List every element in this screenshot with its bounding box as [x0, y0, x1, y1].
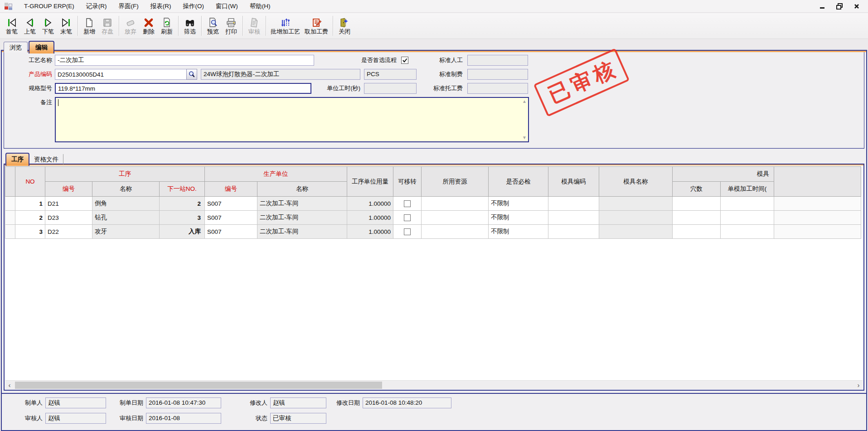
cell-mold-time[interactable] [721, 211, 774, 225]
cell-cavity[interactable] [673, 225, 721, 239]
cell-unit-name[interactable]: 二次加工-车间 [257, 197, 347, 211]
status-field: 已审核 [270, 413, 326, 424]
cell-movable[interactable] [393, 225, 422, 239]
cell-process-name[interactable]: 钻孔 [92, 211, 160, 225]
menu-item-window[interactable]: 窗口(W) [210, 0, 244, 12]
cell-process-name[interactable]: 倒角 [92, 197, 160, 211]
col-unit-code: 编号 [205, 182, 257, 197]
cell-resource[interactable] [422, 225, 489, 239]
movable-checkbox[interactable] [404, 214, 411, 221]
cell-process-code[interactable]: D21 [45, 197, 92, 211]
menu-item-operation[interactable]: 操作(O) [177, 0, 210, 12]
cell-must-check[interactable]: 不限制 [489, 197, 548, 211]
product-code-input[interactable] [55, 69, 187, 80]
remark-textarea[interactable] [56, 98, 528, 141]
scroll-right-icon[interactable]: › [854, 381, 863, 390]
restore-icon[interactable] [836, 3, 843, 10]
cell-next-no[interactable]: 3 [160, 211, 205, 225]
cell-cavity[interactable] [673, 197, 721, 211]
new-button[interactable]: 新增 [80, 15, 98, 37]
menu-item-record[interactable]: 记录(R) [80, 0, 113, 12]
row-selector[interactable] [5, 225, 15, 239]
fetch-fee-button[interactable]: 取加工费 [302, 15, 330, 37]
cell-resource[interactable] [422, 211, 489, 225]
scroll-down-icon[interactable]: ▼ [521, 135, 528, 141]
cell-mold-code[interactable] [548, 211, 599, 225]
cell-cavity[interactable] [673, 211, 721, 225]
cell-mold-code[interactable] [548, 225, 599, 239]
discard-button[interactable]: 放弃 [121, 15, 140, 37]
refresh-button[interactable]: 刷新 [158, 15, 176, 37]
cell-no[interactable]: 1 [15, 197, 45, 211]
movable-checkbox[interactable] [404, 200, 411, 207]
cell-next-no[interactable]: 入库 [160, 225, 205, 239]
cell-unit-name[interactable]: 二次加工-车间 [257, 225, 347, 239]
cell-qty[interactable]: 1.00000 [347, 225, 393, 239]
tab-qualification-files[interactable]: 资格文件 [29, 154, 63, 165]
menu-item-report[interactable]: 报表(R) [145, 0, 177, 12]
menu-item-app[interactable]: T-GROUP ERP(E) [18, 1, 80, 11]
cell-resource[interactable] [422, 197, 489, 211]
cell-mold-time[interactable] [721, 197, 774, 211]
print-button[interactable]: 打印 [222, 15, 240, 37]
nav-last-button[interactable]: 末笔 [57, 15, 75, 37]
cell-must-check[interactable]: 不限制 [489, 211, 548, 225]
cell-no[interactable]: 3 [15, 225, 45, 239]
preview-button[interactable]: 预览 [204, 15, 222, 37]
unit-hours-label: 单位工时(秒) [310, 83, 360, 94]
make-date-label: 制单日期 [110, 397, 143, 408]
nav-next-button[interactable]: 下笔 [39, 15, 57, 37]
cell-mold-code[interactable] [548, 197, 599, 211]
cell-mold-name[interactable] [599, 197, 673, 211]
tab-browse[interactable]: 浏览 [4, 42, 28, 53]
cell-process-code[interactable]: D23 [45, 211, 92, 225]
cell-movable[interactable] [393, 197, 422, 211]
close-window-button[interactable]: 关闭 [335, 15, 354, 37]
lookup-icon [188, 71, 195, 78]
nav-first-button[interactable]: 首笔 [3, 15, 21, 37]
horizontal-scrollbar[interactable]: ‹ › [5, 380, 863, 389]
cell-no[interactable]: 2 [15, 211, 45, 225]
cell-movable[interactable] [393, 211, 422, 225]
row-selector[interactable] [5, 197, 15, 211]
col-process-name: 名称 [92, 182, 160, 197]
minimize-icon[interactable] [819, 3, 825, 10]
nav-prev-button[interactable]: 上笔 [21, 15, 39, 37]
tab-edit[interactable]: 编辑 [29, 41, 54, 53]
process-name-label: 工艺名称 [9, 55, 52, 66]
scrollbar-thumb[interactable] [15, 382, 382, 389]
cell-unit-code[interactable]: S007 [205, 225, 257, 239]
filter-button[interactable]: 筛选 [181, 15, 199, 37]
product-lookup-button[interactable] [186, 69, 197, 80]
close-icon[interactable] [853, 3, 860, 10]
movable-checkbox[interactable] [404, 228, 411, 235]
tab-process-steps[interactable]: 工序 [5, 153, 29, 166]
cell-qty[interactable]: 1.00000 [347, 197, 393, 211]
cell-process-code[interactable]: D22 [45, 225, 92, 239]
cell-unit-code[interactable]: S007 [205, 211, 257, 225]
cell-unit-name[interactable]: 二次加工-车间 [257, 211, 347, 225]
cell-process-name[interactable]: 攻牙 [92, 225, 160, 239]
cell-mold-name[interactable] [599, 225, 673, 239]
cell-mold-name[interactable] [599, 211, 673, 225]
spec-input[interactable] [55, 83, 311, 94]
maker-field: 赵镇 [45, 397, 106, 408]
preferred-flow-checkbox[interactable] [401, 57, 408, 64]
status-label: 状态 [239, 413, 267, 424]
menu-item-interface[interactable]: 界面(F) [113, 0, 145, 12]
auditor-label: 审核人 [15, 413, 43, 424]
menu-item-help[interactable]: 帮助(H) [244, 0, 276, 12]
process-name-input[interactable] [55, 55, 314, 66]
cell-qty[interactable]: 1.00000 [347, 211, 393, 225]
cell-unit-code[interactable]: S007 [205, 197, 257, 211]
audit-button[interactable]: 审核 [245, 15, 263, 37]
save-button[interactable]: 存盘 [98, 15, 116, 37]
scroll-left-icon[interactable]: ‹ [5, 381, 14, 390]
batch-add-process-button[interactable]: 批增加工艺 [268, 15, 302, 37]
row-selector[interactable] [5, 211, 15, 225]
delete-button[interactable]: 删除 [140, 15, 158, 37]
scroll-up-icon[interactable]: ▲ [521, 98, 528, 105]
cell-mold-time[interactable] [721, 225, 774, 239]
cell-next-no[interactable]: 2 [160, 197, 205, 211]
cell-must-check[interactable]: 不限制 [489, 225, 548, 239]
